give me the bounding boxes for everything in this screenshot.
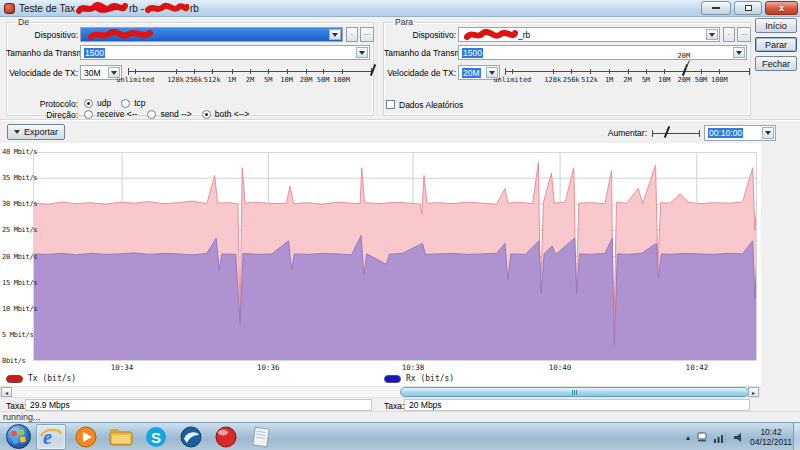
title-part: rb - xyxy=(129,3,144,14)
bandwidth-chart: 40 Mbit/s35 Mbit/s30 Mbit/s25 Mbit/s20 M… xyxy=(0,143,761,386)
slider-tick xyxy=(719,69,720,74)
rate-value-to: 20 Mbps xyxy=(404,399,750,411)
txspeed-value-to: 20M xyxy=(462,68,481,78)
thunderbird-icon[interactable] xyxy=(176,424,206,450)
legend-item: Tx (bit/s) xyxy=(6,374,76,383)
slider-tick-label: 256k xyxy=(185,76,202,84)
chevron-down-icon[interactable] xyxy=(356,47,368,58)
scroll-left-icon[interactable]: ◂ xyxy=(1,387,12,397)
slider-tick-label: 50M xyxy=(695,76,708,84)
size-value-from: 1500 xyxy=(84,48,105,58)
direction-radio-receive[interactable] xyxy=(84,110,93,119)
x-tick-label: 10:36 xyxy=(257,363,280,372)
scrollbar-thumb[interactable] xyxy=(400,387,749,397)
size-combo-from[interactable]: 1500 xyxy=(80,45,370,60)
legend-label: Rx (bit/s) xyxy=(406,374,454,383)
group-para-legend: Para xyxy=(392,17,416,27)
y-tick-label: 35 Mbit/s xyxy=(2,174,37,182)
protocol-radio-tcp[interactable] xyxy=(121,99,130,108)
chevron-down-icon[interactable] xyxy=(706,29,718,40)
rate-value-from: 29.9 Mbps xyxy=(25,399,372,411)
action-center-icon[interactable] xyxy=(696,431,708,443)
legend-label: Tx (bit/s) xyxy=(28,374,76,383)
size-combo-to[interactable]: 1500 xyxy=(458,45,747,60)
minimize-button[interactable] xyxy=(701,1,731,15)
slider-tick xyxy=(323,69,324,74)
legend-item: Rx (bit/s) xyxy=(384,374,454,383)
device-more-button-from[interactable]: ··· xyxy=(360,27,374,42)
volume-icon[interactable] xyxy=(733,432,744,443)
notepad-icon[interactable] xyxy=(246,424,276,450)
protocol-options: udptcp xyxy=(84,98,156,108)
skype-icon[interactable]: S xyxy=(141,424,171,450)
zoom-interval-value: 00:10:00 xyxy=(708,128,743,138)
redaction-scribble xyxy=(88,29,154,41)
slider-tick-label: 50M xyxy=(317,76,330,84)
internet-explorer-icon[interactable]: e xyxy=(36,424,66,450)
txspeed-slider-to[interactable]: unlimited128k256k512k1M2M5M10M20M50M100M… xyxy=(505,65,750,87)
chevron-down-icon[interactable] xyxy=(329,29,341,40)
y-tick-label: 20 Mbit/s xyxy=(2,253,37,261)
slider-tick-label: 100M xyxy=(333,76,350,84)
windows-explorer-icon[interactable] xyxy=(106,424,136,450)
random-data-label: Dados Aleatórios xyxy=(399,100,463,110)
stop-button[interactable]: Parar xyxy=(755,37,797,52)
device-value-to: _rb xyxy=(518,30,530,40)
slider-tick-label: 2M xyxy=(246,76,254,84)
chevron-down-icon[interactable] xyxy=(762,127,774,139)
title-part: Teste de Tax xyxy=(19,3,75,14)
txspeed-slider-from[interactable]: unlimited128k256k512k1M2M5M10M20M50M100M xyxy=(128,65,372,87)
slider-tick-label: 512k xyxy=(581,76,598,84)
export-button[interactable]: Exportar xyxy=(7,124,65,140)
red-ball-app-icon[interactable] xyxy=(211,424,241,450)
window-titlebar[interactable]: Teste de Tax rb - rb x xyxy=(0,0,800,17)
slider-tick xyxy=(250,69,251,74)
show-desktop-button[interactable] xyxy=(793,423,800,450)
slider-tick-label: unlimited xyxy=(116,76,154,84)
start-button[interactable]: Início xyxy=(755,18,797,33)
slider-tick-label: 256k xyxy=(563,76,580,84)
app-icon xyxy=(4,3,15,14)
desktop: Teste de Tax rb - rb x De Dispositivo: ·… xyxy=(0,0,800,450)
device-extra-button-to[interactable]: · xyxy=(723,27,735,42)
close-button[interactable]: Fechar xyxy=(755,56,797,71)
close-icon[interactable]: x xyxy=(765,1,798,15)
tray-time: 10:42 xyxy=(750,427,792,437)
zoom-interval-combo[interactable]: 00:10:00 xyxy=(704,125,776,141)
window-title: Teste de Tax rb - rb xyxy=(19,2,199,15)
restore-button[interactable] xyxy=(734,1,762,15)
slider-tick-label: 10M xyxy=(658,76,671,84)
slider-tick xyxy=(287,69,288,74)
slider-tick xyxy=(194,69,195,74)
protocol-radio-udp[interactable] xyxy=(84,99,93,108)
device-extra-button-from[interactable]: · xyxy=(346,27,358,42)
chevron-down-icon[interactable] xyxy=(733,47,745,58)
direction-radio-send[interactable] xyxy=(147,110,156,119)
x-tick-label: 10:42 xyxy=(686,363,709,372)
direction-option-label: send --> xyxy=(160,109,191,119)
zoom-slider[interactable] xyxy=(652,127,700,141)
size-label-from: Tamanho da Transmissão: xyxy=(6,48,78,58)
export-button-label: Exportar xyxy=(24,127,58,137)
media-player-icon[interactable] xyxy=(71,424,101,450)
device-combo-to[interactable]: _rb xyxy=(458,27,720,42)
scroll-right-icon[interactable]: ▸ xyxy=(748,387,759,397)
group-de-legend: De xyxy=(15,17,32,27)
slider-tick-label: 512k xyxy=(204,76,221,84)
protocol-option-label: tcp xyxy=(134,98,145,108)
chart-scrollbar[interactable]: ◂ ▸ xyxy=(0,386,760,398)
device-combo-from[interactable] xyxy=(80,27,343,42)
x-tick-label: 10:40 xyxy=(549,363,572,372)
start-button-orb[interactable] xyxy=(6,424,31,449)
device-more-button-to[interactable]: ··· xyxy=(737,27,751,42)
slider-tick-label: 128k xyxy=(544,76,561,84)
direction-radio-both[interactable] xyxy=(202,110,211,119)
redaction-scribble xyxy=(76,2,128,15)
chevron-down-icon xyxy=(14,130,20,134)
random-data-checkbox[interactable] xyxy=(386,100,395,109)
network-signal-icon[interactable] xyxy=(714,432,727,443)
clock[interactable]: 10:42 04/12/2011 xyxy=(750,427,792,447)
protocol-label: Protocolo: xyxy=(28,99,78,109)
hidden-icons-arrow[interactable]: ▴ xyxy=(686,433,690,442)
y-tick-label: 30 Mbit/s xyxy=(2,200,37,208)
